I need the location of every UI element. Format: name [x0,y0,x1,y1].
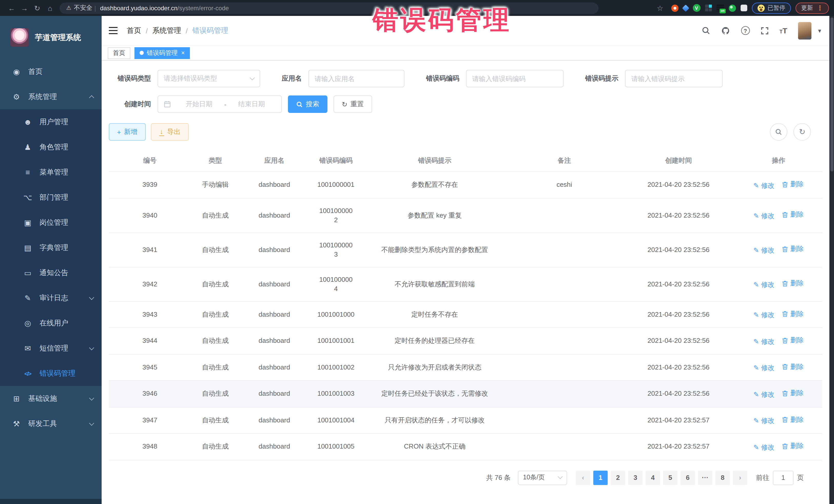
prev-page-button[interactable]: ‹ [576,470,590,485]
delete-link[interactable]: 删除 [782,245,804,254]
app-name-input[interactable] [308,70,404,87]
edit-link[interactable]: ✎修改 [753,364,774,373]
edit-link[interactable]: ✎修改 [753,443,774,452]
sidebar-item-devtool[interactable]: ⚒研发工具 [0,411,102,436]
search-icon[interactable] [701,26,710,35]
edit-link[interactable]: ✎修改 [753,181,774,190]
search-button[interactable]: 搜索 [288,95,327,113]
tag-error-code[interactable]: 错误码管理 × [134,47,190,59]
extension-icon-1[interactable] [671,4,678,12]
page-button-2[interactable]: 2 [611,470,625,485]
delete-link[interactable]: 删除 [782,309,804,319]
filter-error-type: 错误码类型 请选择错误码类型 [109,70,260,87]
edit-link[interactable]: ✎修改 [753,416,774,425]
delete-link[interactable]: 删除 [782,415,804,424]
fullscreen-icon[interactable] [760,26,769,35]
sidebar-item-error-code[interactable]: </>错误码管理 [0,361,102,386]
kebab-menu-icon[interactable]: ⋮ [816,4,823,12]
tag-label: 首页 [113,48,125,57]
sidebar-item-infra[interactable]: ⊞基础设施 [0,386,102,411]
scrollbar-thumb[interactable] [830,18,833,171]
extension-icon-6[interactable] [728,4,736,12]
sidebar-item-home[interactable]: ◉首页 [0,59,102,84]
next-page-button[interactable]: › [733,470,747,485]
delete-label: 删除 [790,336,804,345]
edit-link[interactable]: ✎修改 [753,337,774,346]
sidebar-item-dept[interactable]: ⌥部门管理 [0,185,102,210]
edit-label: 修改 [761,280,774,289]
sidebar-item-system[interactable]: ⚙系统管理 [0,84,102,109]
delete-link[interactable]: 删除 [782,441,804,451]
refresh-table-button[interactable]: ↻ [793,123,811,140]
edit-link[interactable]: ✎修改 [753,212,774,221]
tag-close-icon[interactable]: × [181,50,185,56]
paused-extension-pill[interactable]: 已暂停 [752,2,791,14]
browser-home-icon[interactable]: ⌂ [44,4,57,12]
error-type-select[interactable]: 请选择错误码类型 [158,70,260,87]
delete-link[interactable]: 删除 [782,389,804,398]
back-icon[interactable]: ← [5,4,18,12]
edit-link[interactable]: ✎修改 [753,310,774,320]
caret-down-icon[interactable]: ▾ [818,27,821,34]
page-button-8[interactable]: 8 [716,470,730,485]
reload-icon[interactable]: ↻ [31,4,44,12]
forward-icon[interactable]: → [18,4,31,12]
date-range-picker[interactable]: 开始日期 - 结束日期 [158,95,282,113]
delete-link[interactable]: 删除 [782,180,804,189]
help-icon[interactable]: ? [741,26,750,35]
edit-link[interactable]: ✎修改 [753,390,774,399]
breadcrumb-system[interactable]: 系统管理 [152,26,181,35]
page-button-3[interactable]: 3 [628,470,642,485]
tag-home[interactable]: 首页 [108,47,130,59]
error-hint-input[interactable] [625,70,723,87]
sidebar-item-online-user[interactable]: ◎在线用户 [0,310,102,336]
font-size-icon[interactable]: TT [780,27,787,35]
browser-update-button[interactable]: 更新 ⋮ [795,2,829,14]
end-date-placeholder[interactable]: 结束日期 [227,100,276,109]
cell-type: 自动生成 [191,198,240,233]
audit-log-icon: ✎ [22,293,34,303]
delete-link[interactable]: 删除 [782,279,804,288]
delete-link[interactable]: 删除 [782,362,804,371]
goto-page-input[interactable] [773,470,793,485]
start-date-placeholder[interactable]: 开始日期 [175,100,223,109]
address-bar[interactable]: ⚠ 不安全 | dashboard.yudao.iocoder.cn/syste… [60,2,598,14]
bookmark-star-icon[interactable]: ☆ [654,4,666,12]
delete-link[interactable]: 删除 [782,210,804,219]
sidebar-item-role[interactable]: ♟角色管理 [0,134,102,160]
sidebar-item-sms[interactable]: ✉短信管理 [0,336,102,361]
delete-link[interactable]: 删除 [782,336,804,345]
trash-icon [782,337,788,344]
sidebar-item-user[interactable]: ☻用户管理 [0,109,102,134]
edit-link[interactable]: ✎修改 [753,246,774,255]
extension-icon-4[interactable] [705,5,711,11]
page-button-6[interactable]: 6 [681,470,695,485]
page-button-1[interactable]: 1 [593,470,608,485]
sidebar-item-post[interactable]: ▣岗位管理 [0,210,102,235]
error-code-input[interactable] [466,70,564,87]
breadcrumb-home[interactable]: 首页 [127,26,141,35]
sidebar-item-label: 首页 [28,67,43,76]
sidebar-item-menu[interactable]: ≡菜单管理 [0,160,102,185]
extension-icon-5[interactable]: on [716,5,724,11]
page-button-4[interactable]: 4 [646,470,660,485]
page-size-select[interactable]: 10条/页 [518,470,567,485]
avatar[interactable] [798,22,811,39]
extensions-puzzle-icon[interactable] [740,5,747,11]
cell-type: 自动生成 [191,233,240,267]
show-search-toggle-button[interactable] [770,123,787,140]
export-button[interactable]: ↓ 导出 [151,123,189,140]
pager-ellipsis[interactable]: ··· [698,470,712,485]
sidebar-item-dict[interactable]: ▤字典管理 [0,235,102,260]
hamburger-icon[interactable] [109,27,117,35]
github-icon[interactable] [721,26,730,35]
add-button[interactable]: + 新增 [109,123,146,140]
sidebar-item-notice[interactable]: ▭通知公告 [0,260,102,285]
edit-link[interactable]: ✎修改 [753,280,774,289]
sidebar-item-audit-log[interactable]: ✎审计日志 [0,285,102,310]
extension-icon-2[interactable] [682,4,689,12]
page-button-5[interactable]: 5 [663,470,678,485]
reset-button[interactable]: ↻ 重置 [334,95,372,113]
page-scrollbar[interactable] [829,16,834,504]
extension-icon-3[interactable]: V [693,4,700,12]
